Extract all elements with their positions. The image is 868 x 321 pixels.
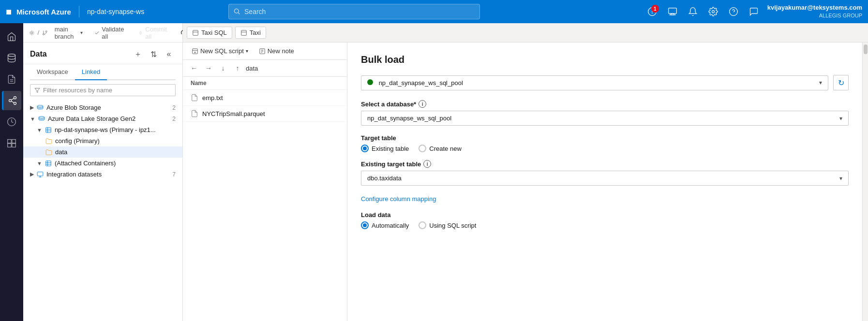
content-top-bar: Taxi SQL Taxi [183, 23, 868, 43]
svg-rect-21 [12, 144, 16, 147]
tab-workspace[interactable]: Workspace [30, 64, 75, 80]
data-panel-header: Data ＋ ⇅ « [23, 43, 182, 64]
configure-mapping-link[interactable]: Configure column mapping [361, 195, 436, 203]
feedback-button[interactable] [745, 3, 763, 20]
notifications-button[interactable]: ! 1 [644, 3, 661, 20]
search-bar[interactable]: Search [228, 4, 480, 19]
forward-button[interactable]: → [202, 62, 215, 74]
auto-radio[interactable] [361, 221, 369, 229]
new-sql-icon [192, 48, 198, 55]
notification-count: 1 [651, 5, 659, 13]
svg-point-7 [712, 11, 714, 13]
user-info[interactable]: kvijayakumar@teksystems.com ALLEGIS GROU… [767, 4, 862, 19]
tree-item-config[interactable]: config (Primary) [23, 135, 182, 146]
tree-label-integration: Integration datasets [46, 171, 102, 178]
file-list-header: Name [183, 77, 347, 90]
breadcrumb-separator: / [38, 29, 40, 36]
tree-area: ▶ Azure Blob Storage 2 ▼ Azure Data Lake… [23, 100, 182, 321]
branch-selector[interactable]: main branch ▾ [51, 24, 87, 42]
tree-item-adls[interactable]: ▼ Azure Data Lake Storage Gen2 2 [23, 113, 182, 124]
svg-rect-22 [8, 144, 12, 147]
commit-all-button[interactable]: Commit all [133, 24, 173, 42]
file-label-nyc: NYCTripSmall.parquet [202, 110, 265, 117]
content-area: Taxi SQL Taxi New SQL script ▾ Ne [183, 23, 868, 321]
nav-divider [79, 6, 79, 17]
back-button[interactable]: ← [188, 62, 200, 74]
svg-point-26 [43, 33, 45, 35]
dataset-icon [37, 171, 44, 178]
svg-line-17 [11, 98, 14, 100]
pool-dropdown[interactable]: np_dat_synapse_ws_sql_pool ▾ [361, 75, 828, 90]
help-button[interactable] [725, 3, 742, 20]
tree-item-synapse-ws[interactable]: ▼ np-dat-synapse-ws (Primary - ipz1... [23, 124, 182, 135]
target-table-radio-group: Existing table Create new [361, 145, 849, 152]
down-button[interactable]: ↓ [217, 62, 229, 74]
sort-button[interactable]: ⇅ [147, 47, 160, 61]
add-resource-button[interactable]: ＋ [131, 47, 145, 61]
data-panel-tabs: Workspace Linked [30, 64, 176, 80]
file-item-nyc[interactable]: NYCTripSmall.parquet [183, 106, 347, 122]
svg-rect-45 [193, 30, 198, 35]
new-note-button[interactable]: New note [255, 45, 298, 57]
bulk-load-panel: Bulk load np_dat_synapse_ws_sql_pool ▾ ↻… [347, 43, 862, 321]
sql-icon [192, 29, 199, 36]
sql-script-option[interactable]: Using SQL script [419, 221, 476, 229]
taxi-tab[interactable]: Taxi [235, 27, 266, 39]
existing-table-option[interactable]: Existing table [361, 145, 409, 152]
pool-selector: np_dat_synapse_ws_sql_pool ▾ ↻ [361, 75, 849, 90]
pool-value: np_dat_synapse_ws_sql_pool [379, 79, 463, 87]
database-info-icon[interactable]: i [419, 100, 426, 108]
workspace-name: np-dat-synapse-ws [87, 8, 144, 15]
create-new-radio[interactable] [419, 145, 426, 152]
sidebar-data-button[interactable] [2, 48, 21, 68]
settings-button[interactable] [704, 3, 722, 20]
file-item-emp[interactable]: emp.txt [183, 90, 347, 106]
tab-linked[interactable]: Linked [75, 64, 107, 80]
secondary-panel: New SQL script ▾ New note ← → ↓ ↑ data N… [183, 43, 347, 321]
branch-icon [42, 29, 48, 37]
validate-all-button[interactable]: Validate all [90, 24, 130, 42]
table-icon-ws [45, 127, 52, 133]
filter-box[interactable]: Filter resources by name [30, 84, 176, 96]
auto-option[interactable]: Automatically [361, 221, 409, 229]
sidebar-home-button[interactable] [2, 27, 21, 46]
sidebar-develop-button[interactable] [2, 70, 21, 89]
create-new-option[interactable]: Create new [419, 145, 461, 152]
refresh-button[interactable]: ↻ [833, 75, 849, 90]
alerts-button[interactable] [684, 3, 702, 20]
tree-item-attached[interactable]: ▼ (Attached Containers) [23, 158, 182, 169]
existing-table-info-icon[interactable]: i [423, 160, 431, 168]
collapse-button[interactable]: « [162, 47, 176, 61]
sql-script-radio[interactable] [419, 221, 426, 229]
new-sql-script-button[interactable]: New SQL script ▾ [188, 45, 252, 57]
tree-chevron: ▶ [30, 104, 34, 111]
select-database-label: Select a database* i [361, 100, 849, 108]
tree-count: 2 [172, 104, 176, 111]
existing-table-label: Existing target table i [361, 160, 849, 168]
existing-table-chevron: ▾ [839, 175, 842, 182]
tree-item-blob-storage[interactable]: ▶ Azure Blob Storage 2 [23, 102, 182, 113]
storage-icon [37, 104, 44, 111]
existing-table-radio[interactable] [361, 145, 369, 152]
monitor-button[interactable] [664, 3, 681, 20]
svg-rect-4 [668, 8, 676, 14]
svg-point-23 [31, 32, 33, 34]
up-button[interactable]: ↑ [231, 62, 244, 74]
sidebar-monitor-button[interactable] [2, 112, 21, 131]
right-scrollbar[interactable] [862, 43, 868, 321]
tree-item-integration[interactable]: ▶ Integration datasets 7 [23, 169, 182, 180]
load-data-section: Load data Automatically Using SQL script [361, 211, 849, 229]
bulk-load-title: Bulk load [361, 54, 849, 65]
sidebar-manage-button[interactable] [2, 133, 21, 153]
database-dropdown[interactable]: np_dat_synapse_ws_sql_pool ▾ [361, 111, 849, 126]
svg-rect-42 [37, 172, 43, 175]
icon-sidebar [0, 23, 23, 321]
tree-item-data[interactable]: data [23, 146, 182, 158]
filter-icon [34, 88, 40, 93]
svg-point-32 [37, 105, 43, 107]
taxi-sql-tab[interactable]: Taxi SQL [187, 27, 232, 39]
sidebar-integrate-button[interactable] [2, 91, 21, 110]
tree-label: Azure Blob Storage [46, 104, 101, 111]
existing-table-dropdown[interactable]: dbo.taxidata ▾ [361, 171, 849, 186]
tree-label-data: data [55, 148, 67, 156]
